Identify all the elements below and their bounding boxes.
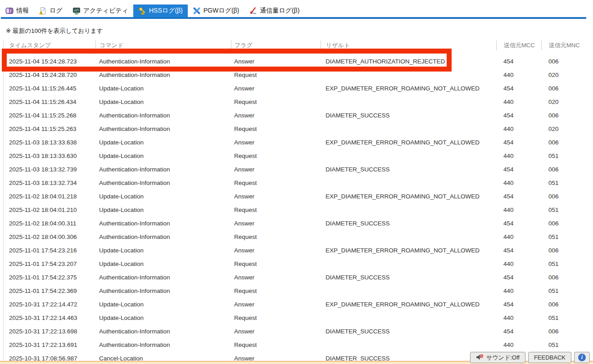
tab-label: HSSログ(β): [149, 7, 183, 15]
tab-info[interactable]: i 情報: [0, 4, 34, 17]
log-warning-icon: !: [39, 7, 47, 15]
table-cell: DIAMETER_SUCCESS: [321, 163, 496, 176]
table-cell: 006: [541, 244, 591, 257]
table-row[interactable]: 2025-10-31 17:22:14.472Update-LocationAn…: [4, 298, 591, 311]
table-body: 2025-11-04 15:24:28.723Authentication-In…: [4, 55, 591, 364]
svg-text:!: !: [41, 11, 41, 14]
tab-label: PGWログ(β): [204, 7, 239, 15]
table-row[interactable]: 2025-11-04 15:24:28.723Authentication-In…: [4, 55, 591, 68]
tab-label: 情報: [16, 7, 29, 15]
table-row[interactable]: 2025-11-02 18:04:00.311Authentication-In…: [4, 217, 591, 230]
table-row[interactable]: 2025-11-01 17:54:22.369Authentication-In…: [4, 284, 591, 298]
table-cell: DIAMETER_SUCCESS: [321, 325, 496, 338]
table-row[interactable]: 2025-11-02 18:04:01.210Update-LocationRe…: [4, 203, 591, 217]
footer-buttons: サウンド:Off FEEDBACK i: [470, 352, 590, 363]
table-cell: Authentication-Information: [95, 284, 231, 298]
tab-log[interactable]: ! ログ: [34, 4, 68, 17]
table-cell: 454: [496, 136, 541, 149]
table-cell: Authentication-Information: [95, 271, 231, 284]
table-cell: Request: [231, 95, 321, 109]
table-cell: 051: [541, 284, 591, 298]
table-cell: Authentication-Information: [95, 122, 231, 136]
table-cell: 051: [541, 230, 591, 244]
table-cell: Request: [231, 122, 321, 136]
table-row[interactable]: 2025-11-04 11:15:26.445Update-LocationAn…: [4, 82, 591, 95]
table-cell: Update-Location: [95, 203, 231, 217]
feedback-button[interactable]: FEEDBACK: [528, 352, 571, 363]
table-cell: DIAMETER_AUTHORIZATION_REJECTED: [321, 55, 496, 68]
tab-traffic-log[interactable]: 通信量ログ(β): [244, 4, 304, 17]
column-header-flag[interactable]: フラグ: [231, 40, 321, 50]
table-cell: 2025-11-01 17:54:22.375: [4, 271, 95, 284]
column-header-timestamp[interactable]: タイムスタンプ: [4, 40, 95, 50]
table-cell: [321, 95, 496, 109]
sound-toggle-label: サウンド:Off: [486, 354, 520, 362]
table-row[interactable]: 2025-11-01 17:54:23.207Update-LocationRe…: [4, 257, 591, 271]
tab-label: アクティビティ: [83, 7, 128, 15]
table-cell: 454: [496, 325, 541, 338]
table-cell: 2025-11-03 18:13:33.630: [4, 149, 95, 163]
column-header-mnc[interactable]: 送信元MNC: [541, 40, 591, 50]
column-header-command[interactable]: コマンド: [95, 40, 231, 50]
table-cell: [321, 203, 496, 217]
tab-label: 通信量ログ(β): [260, 7, 299, 15]
table-cell: 051: [541, 203, 591, 217]
table-row[interactable]: 2025-11-03 18:13:32.739Authentication-In…: [4, 163, 591, 176]
table-cell: Request: [231, 230, 321, 244]
table-row[interactable]: 2025-11-04 11:15:26.434Update-LocationRe…: [4, 95, 591, 109]
table-cell: Answer: [231, 55, 321, 68]
table-cell: Answer: [231, 271, 321, 284]
table-cell: Request: [231, 68, 321, 82]
table-cell: 2025-11-04 15:24:28.723: [4, 55, 95, 68]
table-cell: 051: [541, 257, 591, 271]
table-row[interactable]: 2025-11-04 15:24:28.720Authentication-In…: [4, 68, 591, 82]
svg-text:i: i: [10, 9, 11, 13]
table-cell: 2025-11-02 18:04:00.306: [4, 230, 95, 244]
table-cell: 440: [496, 311, 541, 325]
tab-hss-log[interactable]: ! HSSログ(β): [133, 4, 188, 17]
table-cell: 2025-11-04 15:24:28.720: [4, 68, 95, 82]
table-row[interactable]: 2025-11-03 18:13:33.630Update-LocationRe…: [4, 149, 591, 163]
table-cell: 006: [541, 217, 591, 230]
info-button[interactable]: i: [574, 352, 590, 363]
table-cell: 2025-11-01 17:54:23.216: [4, 244, 95, 257]
table-cell: 006: [541, 298, 591, 311]
table-cell: [321, 122, 496, 136]
table-row[interactable]: 2025-10-31 17:22:14.463Update-LocationRe…: [4, 311, 591, 325]
feedback-label: FEEDBACK: [534, 354, 566, 361]
table-cell: 2025-10-31 17:22:14.463: [4, 311, 95, 325]
column-header-result[interactable]: リザルト: [321, 40, 496, 50]
table-cell: [321, 230, 496, 244]
info-circle-icon: i: [578, 354, 586, 361]
table-cell: Update-Location: [95, 244, 231, 257]
table-row[interactable]: 2025-11-03 18:13:32.734Authentication-In…: [4, 176, 591, 190]
tab-label: ログ: [50, 7, 63, 15]
table-cell: 440: [496, 176, 541, 190]
column-header-mcc[interactable]: 送信元MCC: [496, 40, 541, 50]
table-cell: 2025-11-03 18:13:33.638: [4, 136, 95, 149]
table-cell: 454: [496, 217, 541, 230]
table-cell: Authentication-Information: [95, 163, 231, 176]
table-cell: 440: [496, 203, 541, 217]
speaker-muted-icon: [476, 354, 484, 361]
table-row[interactable]: 2025-11-02 18:04:01.218Update-LocationAn…: [4, 190, 591, 203]
table-cell: 440: [496, 122, 541, 136]
table-row[interactable]: 2025-11-02 18:04:00.306Authentication-In…: [4, 230, 591, 244]
table-row[interactable]: 2025-10-31 17:22:13.691Authentication-In…: [4, 338, 591, 352]
table-row[interactable]: 2025-11-01 17:54:22.375Authentication-In…: [4, 271, 591, 284]
table-cell: 440: [496, 284, 541, 298]
table-row[interactable]: 2025-10-31 17:22:13.698Authentication-In…: [4, 325, 591, 338]
tab-activity[interactable]: アクティビティ: [68, 4, 133, 17]
table-cell: EXP_DIAMETER_ERROR_ROAMING_NOT_ALLOWED: [321, 82, 496, 95]
table-row[interactable]: 2025-11-03 18:13:33.638Update-LocationAn…: [4, 136, 591, 149]
tab-pgw-log[interactable]: PGWログ(β): [188, 4, 244, 17]
table-cell: Request: [231, 176, 321, 190]
table-cell: Request: [231, 203, 321, 217]
table-row[interactable]: 2025-11-01 17:54:23.216Update-LocationAn…: [4, 244, 591, 257]
table-cell: 454: [496, 163, 541, 176]
table-row[interactable]: 2025-11-04 11:15:25.263Authentication-In…: [4, 122, 591, 136]
table-cell: Update-Location: [95, 149, 231, 163]
table-row[interactable]: 2025-11-04 11:15:25.268Authentication-In…: [4, 109, 591, 122]
notice-text: ※ 最新の100件を表示しております: [6, 27, 103, 35]
sound-toggle-button[interactable]: サウンド:Off: [470, 352, 525, 363]
